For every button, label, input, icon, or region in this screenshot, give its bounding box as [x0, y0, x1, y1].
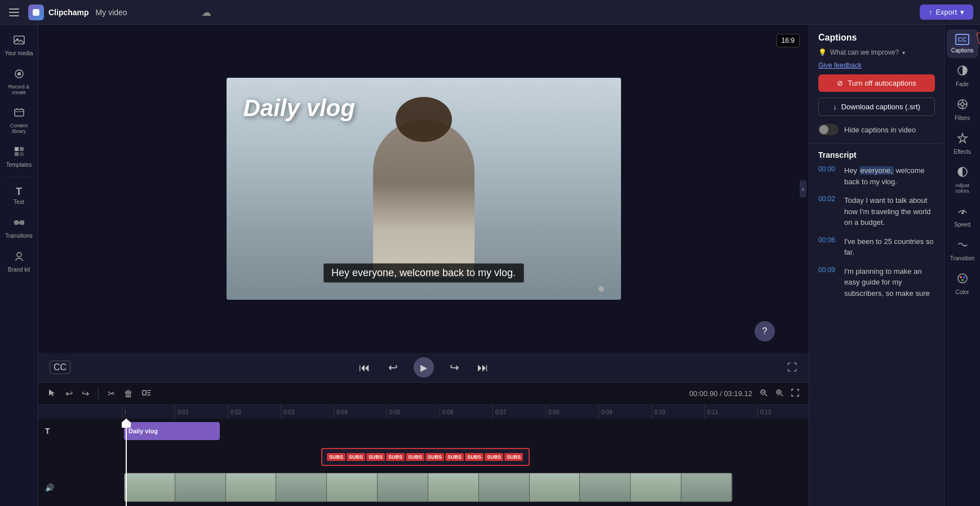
ruler-mark-3: 0:03: [281, 405, 334, 419]
subs-item-1: SUBS: [327, 453, 345, 461]
svg-point-23: [963, 276, 965, 278]
svg-rect-13: [143, 390, 146, 395]
fullscreen-button[interactable]: ⛶: [787, 362, 797, 374]
rs-item-filters[interactable]: Filters: [947, 94, 978, 126]
svg-point-21: [958, 274, 967, 283]
rewind-5-button[interactable]: ↩: [386, 358, 400, 376]
svg-rect-1: [14, 36, 24, 44]
undo-button[interactable]: ↩: [63, 387, 75, 400]
track-content-text[interactable]: Daily vlog: [124, 421, 809, 441]
give-feedback-link[interactable]: Give feedback: [818, 61, 862, 69]
thumb-2: [175, 473, 226, 501]
text-track-icon: T: [45, 427, 50, 436]
sidebar-item-record[interactable]: Record & create: [2, 63, 36, 100]
sidebar-label-transitions: Transitions: [5, 233, 33, 239]
chevron-down-icon: ▾: [960, 8, 964, 16]
fit-view-button[interactable]: [788, 387, 802, 401]
split-button[interactable]: ✂: [105, 387, 117, 400]
hide-captions-toggle[interactable]: [818, 124, 839, 135]
subs-item-4: SUBS: [386, 453, 405, 461]
app-logo: Clipchamp: [28, 5, 89, 20]
rs-item-adjust-colors[interactable]: Adjust colors: [947, 162, 978, 198]
rs-item-fade[interactable]: Fade: [947, 60, 978, 92]
sidebar-item-brand-kit[interactable]: Brand kit: [2, 246, 36, 277]
right-sidebar: CC Captions Fade Filters Effects Adjus: [944, 25, 980, 506]
timeline-ruler: | 0:01 0:02 0:03 0:04 0:05 0:06 0:07 0:0…: [38, 405, 809, 419]
rs-item-effects[interactable]: Effects: [947, 128, 978, 159]
transcript-title: Transcript: [818, 150, 935, 159]
sidebar-item-text[interactable]: T Text: [2, 182, 36, 210]
rs-label-adjust-colors: Adjust colors: [949, 183, 976, 194]
collapse-panel-button[interactable]: ›: [800, 180, 806, 198]
svg-rect-5: [15, 109, 24, 116]
rs-label-fade: Fade: [956, 81, 969, 87]
detach-audio-button[interactable]: [140, 387, 153, 401]
track-content-video[interactable]: [124, 472, 809, 503]
main-layout: Your media Record & create Content libra…: [0, 25, 980, 506]
video-clip[interactable]: [124, 473, 733, 502]
cc-button[interactable]: CC: [50, 361, 70, 374]
transcript-entry-3: 00:09 I'm planning to make an easy guide…: [818, 266, 935, 299]
sidebar-item-templates[interactable]: Templates: [2, 141, 36, 172]
transcript-time-2: 00:06: [818, 236, 839, 258]
play-button[interactable]: ▶: [414, 357, 434, 378]
rs-item-captions[interactable]: CC Captions: [947, 29, 978, 58]
effects-icon: [957, 132, 968, 147]
video-title-input[interactable]: [96, 8, 194, 17]
preview-area: 16:9 Daily vlog Hey everyone, welcome ba…: [38, 25, 809, 353]
sidebar-item-transitions[interactable]: Transitions: [2, 212, 36, 243]
zoom-in-button[interactable]: [773, 387, 786, 401]
svg-point-18: [961, 103, 964, 106]
improve-chevron-icon: ▾: [902, 50, 905, 56]
transcript-text-3: I'm planning to make an easy guide for m…: [844, 266, 935, 299]
sidebar-label-templates: Templates: [6, 162, 32, 168]
skip-forward-button[interactable]: ⏭: [475, 359, 491, 376]
selection-tool-button[interactable]: [45, 387, 59, 401]
transitions-icon: [13, 216, 25, 230]
captions-title: Captions: [818, 33, 935, 43]
delete-button[interactable]: 🗑: [122, 388, 135, 400]
svg-rect-10: [14, 220, 19, 225]
video-controls: CC ⏮ ↩ ▶ ↪ ⏭ ⛶: [38, 353, 809, 382]
text-clip-label: Daily vlog: [128, 428, 158, 434]
export-icon: ↑: [929, 8, 933, 16]
svg-rect-6: [15, 147, 19, 151]
transcript-text-0: Hey everyone, welcome back to my vlog.: [844, 165, 935, 187]
timeline-toolbar: ↩ ↪ ✂ 🗑 00:00.90 / 03:19.12: [38, 383, 809, 405]
ruler-mark-11: 0:11: [704, 405, 757, 419]
sidebar-item-your-media[interactable]: Your media: [2, 29, 36, 61]
zoom-out-button[interactable]: [757, 387, 770, 401]
download-captions-button[interactable]: ↓ Download captions (.srt): [818, 97, 935, 116]
video-caption-text: Hey everyone, welcome back to my vlog.: [323, 263, 524, 283]
redo-button[interactable]: ↪: [79, 387, 91, 400]
your-media-icon: [13, 34, 25, 48]
sidebar-item-content-library[interactable]: Content library: [2, 102, 36, 139]
rs-item-speed[interactable]: Speed: [947, 201, 978, 232]
skip-back-button[interactable]: ⏮: [357, 359, 373, 376]
export-button[interactable]: ↑ Export ▾: [920, 5, 973, 20]
topbar: Clipchamp ☁ ↑ Export ▾: [0, 0, 980, 25]
menu-button[interactable]: [7, 6, 21, 19]
app-name: Clipchamp: [48, 8, 89, 17]
rs-item-color[interactable]: Color: [947, 268, 978, 300]
transition-icon: [957, 239, 968, 253]
forward-5-button[interactable]: ↪: [447, 358, 462, 376]
text-clip-daily-vlog[interactable]: Daily vlog: [124, 422, 220, 440]
svg-rect-0: [33, 9, 39, 16]
captions-rs-icon: CC: [955, 34, 970, 45]
track-label-video: 🔊: [41, 483, 124, 492]
cc-off-icon: ⊘: [837, 79, 843, 87]
subs-clip[interactable]: SUBS SUBS SUBS SUBS SUBS SUBS SUBS SUBS …: [321, 448, 530, 466]
turn-off-autocaptions-button[interactable]: ⊘ Turn off autocaptions: [818, 74, 935, 92]
help-button[interactable]: ?: [755, 321, 775, 341]
transcript-text-1: Today I want to talk about how I'm trave…: [844, 195, 935, 228]
speed-icon: [957, 205, 968, 219]
rs-item-transition[interactable]: Transition: [947, 234, 978, 266]
track-content-subs[interactable]: SUBS SUBS SUBS SUBS SUBS SUBS SUBS SUBS …: [124, 447, 809, 467]
timeline-scroll[interactable]: | 0:01 0:02 0:03 0:04 0:05 0:06 0:07 0:0…: [38, 405, 809, 506]
aspect-ratio-badge[interactable]: 16:9: [777, 34, 800, 47]
subs-item-9: SUBS: [485, 453, 503, 461]
ruler-mark-0: |: [122, 405, 175, 419]
ruler-mark-5: 0:05: [387, 405, 440, 419]
svg-point-12: [17, 252, 21, 257]
